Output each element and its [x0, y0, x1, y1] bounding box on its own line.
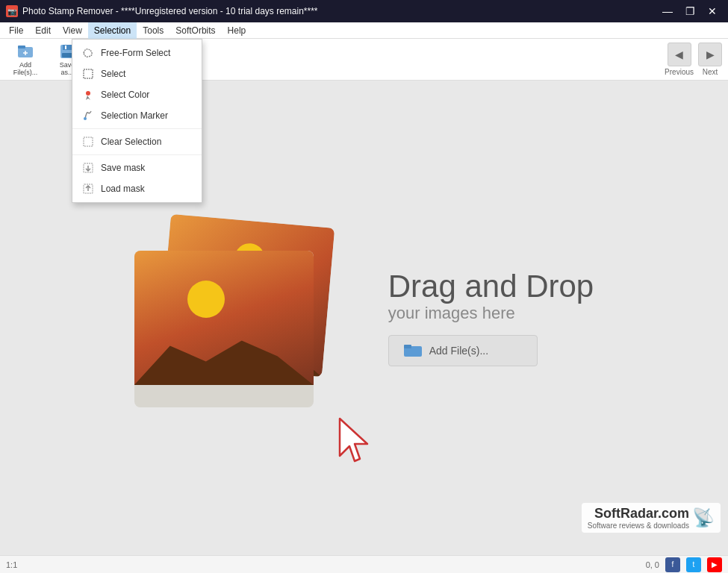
clear-selection-label: Clear Selection [101, 137, 161, 147]
img-card-front [134, 251, 314, 407]
free-form-icon [81, 46, 95, 60]
menu-tools[interactable]: Tools [137, 22, 169, 39]
load-mask-label: Load mask [101, 184, 145, 194]
drag-drop-line2: your images here [388, 304, 594, 323]
front-mountain [134, 333, 314, 385]
menu-file[interactable]: File [3, 22, 29, 39]
dropdown-sep-2 [72, 154, 202, 155]
clear-selection-icon [81, 135, 95, 148]
svg-rect-7 [62, 53, 72, 57]
dropdown-selection-marker[interactable]: Selection Marker [72, 105, 202, 126]
dropdown-sep-1 [72, 128, 202, 129]
title-bar-controls: — ❐ ✕ [658, 4, 722, 19]
previous-label: Previous [665, 68, 694, 76]
softorbits-sub: Software reviews & downloads [588, 522, 689, 530]
svg-rect-15 [84, 137, 93, 146]
select-color-label: Select Color [101, 90, 149, 100]
menu-selection[interactable]: Selection [88, 22, 137, 39]
status-right: 0, 0 f t ▶ [646, 557, 722, 572]
menu-help[interactable]: Help [222, 22, 252, 39]
front-sun [187, 281, 225, 318]
facebook-icon[interactable]: f [665, 557, 680, 572]
antenna-icon: 📡 [692, 507, 715, 528]
img-card-front-inner [134, 251, 314, 385]
selection-marker-label: Selection Marker [101, 110, 168, 121]
close-button[interactable]: ✕ [703, 4, 722, 19]
select-icon [81, 67, 95, 81]
drag-drop-title: Drag and Drop your images here [388, 269, 594, 323]
menu-bar: File Edit View Selection Tools SoftOrbit… [0, 22, 728, 39]
selection-marker-icon [81, 109, 95, 122]
save-mask-label: Save mask [101, 163, 145, 173]
save-mask-icon [81, 161, 95, 175]
add-files-label: AddFile(s)... [13, 62, 38, 77]
select-label: Select [101, 69, 125, 79]
dropdown-select[interactable]: Select [72, 63, 202, 84]
next-label: Next [703, 68, 718, 76]
dropdown-save-mask[interactable]: Save mask [72, 157, 202, 178]
app-icon: 📷 [6, 5, 18, 17]
title-bar: 📷 Photo Stamp Remover - ****Unregistered… [0, 0, 728, 22]
twitter-icon[interactable]: t [686, 557, 701, 572]
load-mask-icon [81, 182, 95, 195]
softorbits-badge: SoftRadar.com Software reviews & downloa… [582, 503, 721, 533]
add-files-button[interactable]: AddFile(s)... [6, 43, 45, 77]
dropdown-load-mask[interactable]: Load mask [72, 178, 202, 199]
menu-view[interactable]: View [57, 22, 88, 39]
drop-text: Drag and Drop your images here Add File(… [388, 269, 594, 366]
svg-rect-5 [63, 45, 72, 50]
zoom-level: 1:1 [6, 560, 17, 569]
free-form-label: Free-Form Select [101, 48, 170, 58]
svg-point-14 [84, 117, 87, 120]
dropdown-free-form[interactable]: Free-Form Select [72, 43, 202, 63]
menu-softorbits[interactable]: SoftOrbits [169, 22, 221, 39]
dropdown-menu: Free-Form Select Select Select Color Sel… [72, 39, 202, 203]
status-bar: 1:1 0, 0 f t ▶ [0, 555, 728, 573]
previous-nav-group: ◀ Previous [665, 43, 694, 76]
svg-rect-1 [18, 46, 25, 48]
coordinates: 0, 0 [646, 560, 659, 569]
minimize-button[interactable]: — [658, 4, 677, 19]
svg-marker-9 [340, 419, 367, 461]
add-files-main-button[interactable]: Add File(s)... [388, 335, 538, 366]
dropdown-clear-selection[interactable]: Clear Selection [72, 131, 202, 152]
folder-icon [404, 343, 422, 358]
drop-zone: Drag and Drop your images here Add File(… [134, 206, 594, 430]
softorbits-title: SoftRadar.com [588, 506, 689, 522]
youtube-icon[interactable]: ▶ [707, 557, 722, 572]
title-bar-text: Photo Stamp Remover - ****Unregistered v… [22, 6, 318, 16]
svg-rect-6 [65, 46, 66, 49]
image-illustration [134, 206, 343, 430]
svg-point-13 [86, 91, 90, 96]
next-nav-group: ▶ Next [698, 43, 722, 76]
previous-button[interactable]: ◀ [668, 43, 691, 66]
svg-rect-12 [84, 69, 93, 78]
drag-drop-line1: Drag and Drop [388, 269, 594, 304]
select-color-icon [81, 88, 95, 101]
add-files-icon [16, 43, 34, 60]
nav-area: ◀ Previous ▶ Next [665, 43, 722, 76]
add-files-main-label: Add File(s)... [429, 345, 488, 357]
restore-button[interactable]: ❐ [680, 4, 700, 19]
menu-edit[interactable]: Edit [29, 22, 57, 39]
svg-rect-11 [404, 345, 411, 348]
next-button[interactable]: ▶ [698, 43, 722, 66]
dropdown-select-color[interactable]: Select Color [72, 84, 202, 105]
